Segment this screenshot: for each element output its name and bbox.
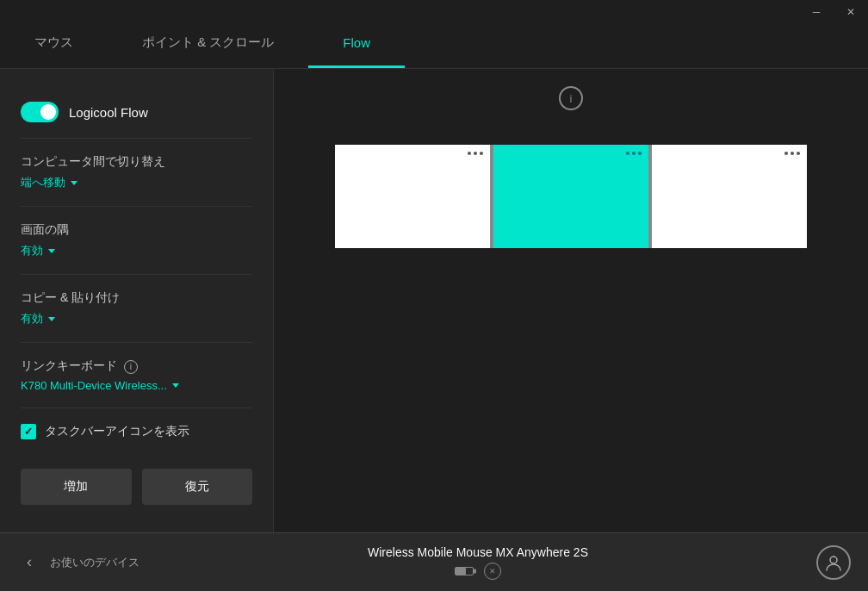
titlebar: ─ ✕ bbox=[799, 0, 868, 24]
tab-mouse[interactable]: マウス bbox=[0, 20, 108, 68]
battery-body bbox=[455, 567, 474, 575]
monitor-left-dot-2 bbox=[474, 152, 477, 155]
link-keyboard-value[interactable]: K780 Multi-Device Wireless... bbox=[21, 379, 252, 392]
monitor-left-dot-1 bbox=[468, 152, 471, 155]
computer-switch-value[interactable]: 端へ移動 bbox=[21, 175, 252, 190]
copy-paste-title: コピー & 貼り付け bbox=[21, 290, 252, 306]
button-row: 増加 復元 bbox=[21, 455, 252, 505]
svg-point-0 bbox=[830, 557, 837, 563]
main-layout: Logicool Flow コンピュータ間で切り替え 端へ移動 画面の隅 有効 … bbox=[0, 69, 868, 532]
monitor-right-dot-1 bbox=[784, 152, 788, 155]
connection-icon: ✕ bbox=[484, 563, 501, 580]
taskbar-icon-row: タスクバーアイコンを表示 bbox=[21, 408, 252, 455]
taskbar-icon-checkbox[interactable] bbox=[21, 424, 36, 439]
copy-paste-value[interactable]: 有効 bbox=[21, 311, 252, 327]
tab-point-scroll[interactable]: ポイント & スクロール bbox=[108, 20, 308, 68]
monitor-center-dot-2 bbox=[632, 152, 636, 155]
add-button[interactable]: 増加 bbox=[21, 469, 132, 505]
minimize-button[interactable]: ─ bbox=[799, 0, 834, 24]
bottom-bar: ‹ お使いのデバイス Wireless Mobile Mouse MX Anyw… bbox=[0, 532, 868, 591]
device-icons: ✕ bbox=[455, 563, 501, 580]
nav-tabs: マウス ポイント & スクロール Flow bbox=[0, 0, 868, 69]
monitor-right-dot-2 bbox=[790, 152, 794, 155]
content-area: i bbox=[274, 69, 868, 532]
logicool-flow-label: Logicool Flow bbox=[69, 105, 148, 120]
link-keyboard-chevron bbox=[172, 383, 179, 388]
monitor-display bbox=[335, 145, 807, 248]
screen-corner-value[interactable]: 有効 bbox=[21, 243, 252, 258]
screen-corner-title: 画面の隅 bbox=[21, 222, 252, 238]
computer-switch-title: コンピュータ間で切り替え bbox=[21, 154, 252, 170]
monitor-right-dots bbox=[784, 152, 800, 155]
monitor-center-dot-1 bbox=[626, 152, 629, 155]
device-name: Wireless Mobile Mouse MX Anywhere 2S bbox=[368, 545, 588, 559]
back-button[interactable]: ‹ bbox=[17, 551, 41, 575]
sidebar: Logicool Flow コンピュータ間で切り替え 端へ移動 画面の隅 有効 … bbox=[0, 69, 274, 532]
copy-paste-item: コピー & 貼り付け 有効 bbox=[21, 275, 252, 343]
monitor-left-dots bbox=[468, 152, 483, 155]
monitor-center[interactable] bbox=[493, 145, 648, 248]
computer-switch-item: コンピュータ間で切り替え 端へ移動 bbox=[21, 139, 252, 207]
battery-fill bbox=[456, 568, 466, 575]
monitor-left[interactable] bbox=[335, 145, 490, 248]
close-button[interactable]: ✕ bbox=[834, 0, 868, 24]
monitor-right-dot-3 bbox=[797, 152, 800, 155]
copy-paste-chevron bbox=[48, 317, 55, 321]
user-avatar[interactable] bbox=[816, 545, 851, 580]
back-label: お使いのデバイス bbox=[50, 555, 140, 570]
link-keyboard-title: リンクキーボード i bbox=[21, 358, 252, 374]
screen-corner-item: 画面の隅 有効 bbox=[21, 207, 252, 275]
monitor-center-dot-3 bbox=[638, 152, 642, 155]
link-keyboard-item: リンクキーボード i K780 Multi-Device Wireless... bbox=[21, 343, 252, 408]
monitor-left-dot-3 bbox=[480, 152, 483, 155]
tab-flow[interactable]: Flow bbox=[308, 20, 405, 68]
screen-corner-chevron bbox=[48, 249, 55, 253]
content-info-icon[interactable]: i bbox=[559, 86, 583, 110]
monitor-right[interactable] bbox=[652, 145, 807, 248]
taskbar-icon-label: タスクバーアイコンを表示 bbox=[45, 424, 189, 439]
computer-switch-chevron bbox=[71, 181, 78, 185]
logicool-flow-item: Logicool Flow bbox=[21, 86, 252, 139]
logicool-flow-toggle[interactable] bbox=[21, 102, 59, 122]
bottom-center: Wireless Mobile Mouse MX Anywhere 2S ✕ bbox=[368, 545, 588, 580]
link-keyboard-info-icon[interactable]: i bbox=[124, 360, 138, 374]
monitor-center-dots bbox=[626, 152, 642, 155]
restore-button[interactable]: 復元 bbox=[142, 469, 253, 505]
bottom-left: ‹ お使いのデバイス bbox=[17, 551, 140, 575]
battery-icon bbox=[455, 567, 474, 575]
